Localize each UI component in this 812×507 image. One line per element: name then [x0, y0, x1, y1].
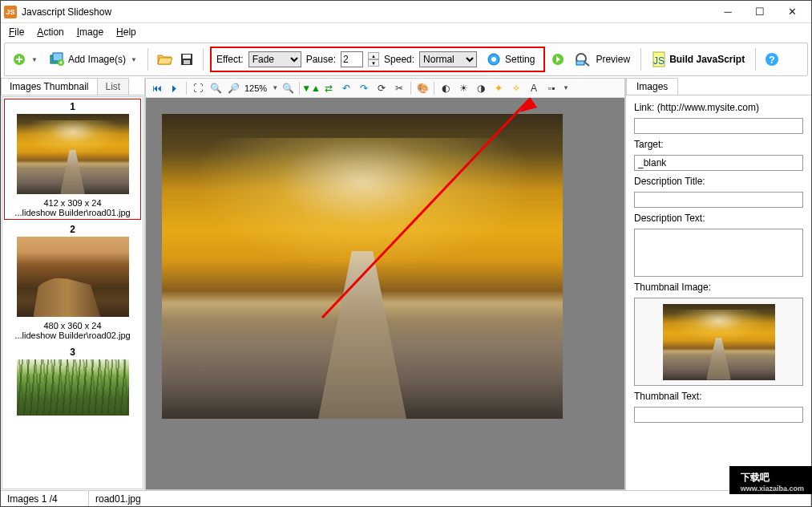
menu-image[interactable]: Image	[71, 25, 110, 39]
setting-button[interactable]: Setting	[482, 49, 539, 70]
svg-point-8	[491, 57, 496, 62]
thumb-preview-image	[663, 304, 775, 380]
tab-images[interactable]: Images	[626, 78, 678, 95]
play-button[interactable]: ⏵	[167, 80, 183, 96]
effect-label: Effect:	[216, 54, 244, 65]
rotate-icon: ⟳	[378, 83, 386, 94]
save-button[interactable]	[177, 50, 196, 69]
pause-input[interactable]	[341, 51, 363, 67]
first-button[interactable]: ⏮	[149, 80, 165, 96]
help-icon: ?	[764, 51, 780, 67]
thumb-text-input[interactable]	[634, 407, 803, 423]
canvas-area[interactable]	[146, 98, 624, 489]
crop-button[interactable]: ✂	[391, 80, 407, 96]
new-button[interactable]: ▼	[8, 50, 42, 69]
right-tabs: Images	[626, 78, 811, 95]
svg-line-16	[322, 98, 531, 318]
blur-icon: ✧	[512, 83, 520, 94]
saturation-button[interactable]: ◑	[473, 80, 489, 96]
add-images-button[interactable]: Add Image(s) ▼	[45, 50, 141, 69]
open-button[interactable]	[155, 50, 174, 69]
crop-icon: ✂	[395, 83, 403, 94]
contrast-button[interactable]: ◐	[438, 80, 454, 96]
svg-rect-6	[184, 60, 190, 64]
blur-button[interactable]: ✧	[508, 80, 524, 96]
add-images-icon	[49, 52, 65, 67]
thumb-path: ...lideshow Builder\road01.jpg	[6, 208, 139, 217]
thumbnail-list[interactable]: 1 412 x 309 x 24 ...lideshow Builder\roa…	[2, 96, 143, 489]
thumbnail-item[interactable]: 2 480 x 360 x 24 ...lideshow Builder\roa…	[4, 221, 141, 343]
desc-text-label: Description Text:	[634, 213, 803, 224]
border-icon: ▫▪	[548, 83, 555, 94]
flip-h-button[interactable]: ⇄	[321, 80, 337, 96]
menu-help[interactable]: Help	[110, 25, 143, 39]
pause-label: Pause:	[306, 54, 336, 65]
flip-v-icon: ▼▲	[301, 83, 321, 94]
zoom-reset-button[interactable]: 🔍	[280, 80, 296, 96]
text-icon: A	[531, 83, 537, 94]
sharpen-button[interactable]: ✦	[491, 80, 507, 96]
build-button[interactable]: JS Build JavaScript	[648, 49, 749, 70]
tab-list[interactable]: List	[97, 78, 130, 95]
thumb-number: 2	[6, 224, 139, 235]
pause-spinner[interactable]: ▲▼	[368, 52, 379, 67]
speed-label: Speed:	[384, 54, 414, 65]
svg-text:JS: JS	[653, 55, 665, 67]
minimize-button[interactable]: ─	[712, 2, 744, 22]
thumbnail-item[interactable]: 1 412 x 309 x 24 ...lideshow Builder\roa…	[4, 99, 141, 220]
menu-action[interactable]: Action	[30, 25, 70, 39]
link-label: Link: (http://www.mysite.com)	[634, 102, 803, 113]
speed-select[interactable]: Normal	[419, 51, 477, 67]
window-title: Javascript Slideshow	[22, 6, 712, 18]
effect-select[interactable]: Fade	[248, 51, 301, 67]
maximize-button[interactable]: ☐	[744, 2, 776, 22]
chevron-down-icon: ▼	[131, 56, 137, 63]
link-input[interactable]	[634, 118, 803, 134]
flip-h-icon: ⇄	[325, 83, 333, 94]
effects-button[interactable]: 🎨	[414, 80, 430, 96]
zoom-out-button[interactable]: 🔍	[208, 80, 224, 96]
help-button[interactable]: ?	[762, 50, 782, 69]
sharpen-icon: ✦	[495, 83, 503, 94]
tab-images-thumbnail[interactable]: Images Thumbnail	[1, 78, 98, 95]
svg-rect-11	[576, 61, 584, 65]
border-button[interactable]: ▫▪	[543, 80, 560, 96]
thumb-number: 1	[6, 101, 139, 112]
chevron-down-icon[interactable]: ▼	[563, 84, 569, 91]
fit-button[interactable]: ⛶	[190, 80, 206, 96]
script-icon: JS	[652, 51, 666, 67]
chevron-down-icon: ▼	[31, 56, 38, 63]
text-button[interactable]: A	[526, 80, 542, 96]
rotate-left-button[interactable]: ↶	[338, 80, 354, 96]
image-toolbar: ⏮ ⏵ ⛶ 🔍 🔎 125% ▼ 🔍 ▼▲ ⇄ ↶ ↷ ⟳ ✂ 🎨 ◐ ☀ ◑ …	[146, 79, 624, 98]
svg-text:?: ?	[769, 55, 774, 66]
status-file: road01.jpg	[89, 491, 811, 506]
thumbnail-item[interactable]: 3	[4, 344, 141, 420]
target-input[interactable]	[634, 155, 803, 171]
rotate-right-icon: ↷	[360, 83, 368, 94]
watermark-sub: www.xiazaiba.com	[741, 485, 804, 493]
zoom-in-button[interactable]: 🔎	[225, 80, 241, 96]
thumb-path: ...lideshow Builder\road02.jpg	[6, 331, 139, 340]
main-area: Images Thumbnail List 1 412 x 309 x 24 .…	[1, 78, 811, 490]
status-images: Images 1 /4	[1, 491, 89, 506]
close-button[interactable]: ✕	[776, 2, 808, 22]
preview-button[interactable]: Preview	[571, 50, 634, 69]
desc-title-input[interactable]	[634, 192, 803, 208]
chevron-down-icon[interactable]: ▼	[272, 84, 278, 91]
rotate-button[interactable]: ⟳	[374, 80, 390, 96]
watermark-main: 下载吧	[741, 471, 804, 485]
forward-button[interactable]	[548, 50, 568, 69]
zoom-in-icon: 🔎	[228, 83, 240, 94]
main-toolbar: ▼ Add Image(s) ▼ Effect: Fade Pause: ▲▼ …	[4, 43, 808, 76]
brightness-icon: ☀	[459, 83, 468, 94]
brightness-button[interactable]: ☀	[455, 80, 471, 96]
menu-file[interactable]: File	[2, 25, 30, 39]
target-label: Target:	[634, 139, 803, 150]
folder-open-icon	[156, 52, 172, 67]
status-bar: Images 1 /4 road01.jpg	[1, 490, 811, 506]
thumb-dims: 480 x 360 x 24	[6, 321, 139, 331]
flip-v-button[interactable]: ▼▲	[303, 80, 319, 96]
rotate-right-button[interactable]: ↷	[356, 80, 372, 96]
desc-text-input[interactable]	[634, 229, 803, 277]
